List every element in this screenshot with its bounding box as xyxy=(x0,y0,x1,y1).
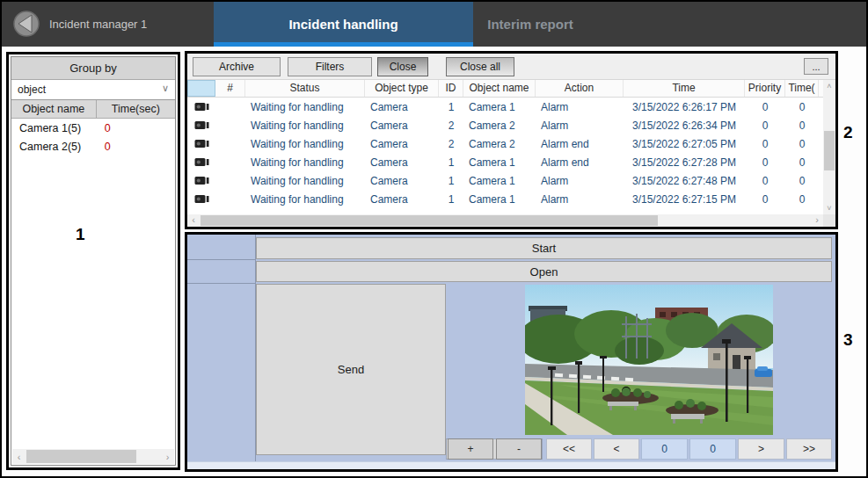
active-tab-underline xyxy=(214,42,473,47)
group-by-header: Group by xyxy=(11,57,175,80)
group-table-header: Object name Time(sec) xyxy=(11,100,175,119)
group-row-camera2[interactable]: Camera 2(5) 0 xyxy=(11,137,175,156)
scrollbar-corner xyxy=(823,214,835,227)
tab-incident-handling[interactable]: Incident handling xyxy=(214,2,473,47)
incident-row[interactable]: Waiting for handling Camera 2 Camera 2 A… xyxy=(187,134,823,153)
zoom-out-button[interactable]: - xyxy=(496,438,542,460)
column-object-type[interactable]: Object type xyxy=(365,80,439,97)
cell-time: 3/15/2022 6:27:48 PM xyxy=(624,175,745,187)
start-button[interactable]: Start xyxy=(256,237,832,259)
incident-table-vscrollbar[interactable]: ˄ ˅ xyxy=(823,80,835,214)
incident-table-hscrollbar[interactable]: ‹ › xyxy=(187,214,823,227)
first-frame-button[interactable]: << xyxy=(546,438,592,460)
column-object-name[interactable]: Object name xyxy=(11,100,97,118)
incident-row[interactable]: Waiting for handling Camera 2 Camera 2 A… xyxy=(187,116,823,134)
scroll-down-icon[interactable]: ˅ xyxy=(823,202,835,214)
group-row-camera1[interactable]: Camera 1(5) 0 xyxy=(11,119,175,137)
column-priority[interactable]: Priority xyxy=(745,80,785,97)
camera-video-preview[interactable] xyxy=(525,285,773,435)
archive-button[interactable]: Archive xyxy=(193,57,281,76)
cell-action: Alarm xyxy=(536,193,624,206)
scroll-right-icon[interactable]: › xyxy=(811,214,823,227)
incident-list-panel: Archive Filters Close Close all ... # St… xyxy=(185,51,838,229)
hscrollbar-thumb[interactable] xyxy=(26,450,136,463)
cell-object-type: Camera xyxy=(365,175,439,187)
hscrollbar-thumb[interactable] xyxy=(201,215,658,226)
cell-status: Waiting for handling xyxy=(245,193,365,206)
group-row-time: 0 xyxy=(97,141,175,153)
prev-frame-button[interactable]: < xyxy=(594,438,639,460)
cell-action: Alarm xyxy=(536,120,624,132)
cell-object-name: Camera 1 xyxy=(463,101,536,113)
chevron-down-icon: ∨ xyxy=(162,83,169,94)
camera-icon xyxy=(194,138,209,149)
application-window: Incident manager 1 Incident handling Int… xyxy=(0,0,868,478)
group-panel-hscrollbar[interactable]: ‹ › xyxy=(12,449,174,464)
send-button[interactable]: Send xyxy=(256,284,446,455)
cell-time2: 0 xyxy=(785,101,819,113)
cell-time2: 0 xyxy=(785,120,819,132)
cell-time: 3/15/2022 6:27:28 PM xyxy=(624,156,745,169)
zoom-in-button[interactable]: + xyxy=(448,438,493,460)
scroll-left-icon[interactable]: ‹ xyxy=(187,214,200,227)
column-object-name[interactable]: Object name xyxy=(463,80,536,97)
scroll-right-icon[interactable]: › xyxy=(161,452,174,462)
cell-time: 3/15/2022 6:27:15 PM xyxy=(624,193,745,206)
incident-row[interactable]: Waiting for handling Camera 1 Camera 1 A… xyxy=(187,190,823,208)
column-time[interactable]: Time xyxy=(624,80,745,97)
cell-action: Alarm end xyxy=(536,138,624,150)
column-id[interactable]: ID xyxy=(439,80,463,97)
open-button[interactable]: Open xyxy=(256,261,832,282)
column-icon[interactable] xyxy=(187,80,215,97)
cell-action: Alarm xyxy=(536,175,624,187)
incident-row[interactable]: Waiting for handling Camera 1 Camera 1 A… xyxy=(187,153,823,171)
group-by-dropdown[interactable]: object ∨ xyxy=(11,80,175,100)
cell-time2: 0 xyxy=(785,138,819,150)
counter-value-1: 0 xyxy=(641,438,688,460)
cell-status: Waiting for handling xyxy=(245,175,365,187)
incident-toolbar: Archive Filters Close Close all ... xyxy=(187,54,835,80)
tab-interim-report[interactable]: Interim report xyxy=(473,2,587,47)
scroll-up-icon[interactable]: ˄ xyxy=(823,80,835,92)
incident-table-header: # Status Object type ID Object name Acti… xyxy=(187,80,823,98)
more-options-button[interactable]: ... xyxy=(804,58,828,75)
last-frame-button[interactable]: >> xyxy=(786,438,832,460)
cell-object-name: Camera 2 xyxy=(463,120,536,132)
column-time2[interactable]: Time( xyxy=(785,80,819,97)
app-logo-icon xyxy=(12,10,40,38)
cell-status: Waiting for handling xyxy=(245,120,365,132)
street-scene-image xyxy=(525,285,773,435)
annotation-label-2: 2 xyxy=(843,123,853,142)
filters-button[interactable]: Filters xyxy=(288,57,372,76)
cell-action: Alarm end xyxy=(536,156,624,169)
column-number[interactable]: # xyxy=(215,80,245,97)
incident-row[interactable]: Waiting for handling Camera 1 Camera 1 A… xyxy=(187,98,823,116)
incident-action-panel: Start Open Send xyxy=(185,232,838,472)
vscrollbar-thumb[interactable] xyxy=(824,131,835,170)
cell-object-name: Camera 2 xyxy=(463,138,536,150)
next-frame-button[interactable]: > xyxy=(738,438,784,460)
group-by-dropdown-value: object xyxy=(18,83,46,96)
cell-time: 3/15/2022 6:27:05 PM xyxy=(624,138,745,150)
cell-id: 1 xyxy=(439,175,463,187)
column-time-sec[interactable]: Time(sec) xyxy=(97,100,175,118)
cell-priority: 0 xyxy=(745,101,785,113)
column-action[interactable]: Action xyxy=(536,80,624,97)
tab-interim-report-label: Interim report xyxy=(487,17,573,32)
cell-status: Waiting for handling xyxy=(245,156,365,169)
app-title: Incident manager 1 xyxy=(49,2,147,47)
cell-id: 1 xyxy=(439,193,463,206)
annotation-label-1: 1 xyxy=(76,225,85,244)
column-status[interactable]: Status xyxy=(245,80,365,97)
scroll-left-icon[interactable]: ‹ xyxy=(12,452,26,462)
close-button[interactable]: Close xyxy=(377,57,428,76)
camera-icon xyxy=(194,156,209,168)
cell-id: 1 xyxy=(439,156,463,169)
incident-row[interactable]: Waiting for handling Camera 1 Camera 1 A… xyxy=(187,171,823,190)
annotation-label-3: 3 xyxy=(843,330,853,350)
camera-icon xyxy=(194,175,209,186)
close-all-button[interactable]: Close all xyxy=(446,57,514,76)
cell-priority: 0 xyxy=(745,193,785,206)
action-panel-bottom-strip xyxy=(187,461,835,469)
camera-icon xyxy=(194,120,209,131)
